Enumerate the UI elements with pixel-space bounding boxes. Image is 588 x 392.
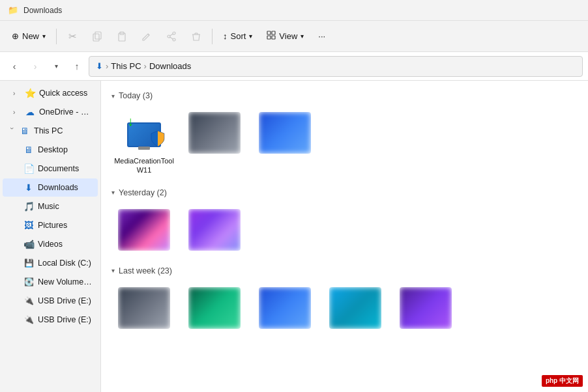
file-thumb-lw-4	[329, 287, 381, 329]
svg-point-4	[173, 32, 175, 35]
chevron-icon: ›	[13, 109, 21, 116]
sidebar-item-onedrive[interactable]: › ☁ OneDrive - Personal	[3, 103, 98, 121]
volume-icon: 💽	[23, 277, 34, 287]
path-this-pc[interactable]: This PC	[111, 61, 141, 71]
sidebar-item-desktop[interactable]: 🖥 Desktop	[3, 141, 98, 159]
new-button[interactable]: ⊕ New ▾	[5, 25, 52, 48]
sidebar-item-new-volume-d[interactable]: 💽 New Volume (D:)	[3, 273, 98, 291]
sidebar-item-quick-access[interactable]: › ⭐ Quick access	[3, 84, 98, 102]
sidebar-item-label: Local Disk (C:)	[38, 259, 93, 268]
files-grid-yesterday	[111, 204, 578, 259]
file-item-blurred-4[interactable]	[182, 204, 247, 259]
title-bar: 📁 Downloads	[0, 0, 588, 21]
title-bar-text: Downloads	[23, 6, 62, 15]
group-chevron-yesterday: ▾	[111, 189, 115, 196]
watermark: php 中文网	[542, 375, 583, 387]
new-label: New	[22, 31, 39, 41]
sidebar-item-this-pc[interactable]: › 🖥 This PC	[3, 122, 98, 140]
videos-icon: 📹	[23, 239, 34, 249]
view-button[interactable]: View ▾	[260, 25, 310, 48]
path-downloads[interactable]: Downloads	[149, 61, 191, 71]
title-bar-icon: 📁	[8, 5, 18, 16]
sidebar-item-downloads[interactable]: ⬇ Downloads	[3, 178, 98, 197]
file-item-lw-1[interactable]	[111, 282, 177, 337]
file-thumb-lw-3	[259, 287, 311, 329]
toolbar-separator-2	[212, 29, 213, 44]
svg-rect-13	[267, 31, 271, 35]
sidebar-item-label: Videos	[38, 240, 93, 249]
sort-button[interactable]: ↕ Sort ▾	[216, 25, 259, 48]
file-item-blurred-3[interactable]	[111, 204, 177, 259]
group-label-today: Today (3)	[119, 91, 153, 100]
group-label-yesterday: Yesterday (2)	[119, 188, 167, 197]
chevron-icon: ›	[8, 127, 16, 135]
copy-icon	[92, 31, 102, 42]
sidebar-item-usb-drive-e-1[interactable]: 🔌 USB Drive (E:)	[3, 292, 98, 310]
up-button[interactable]: ↑	[68, 57, 86, 76]
recent-locations-button[interactable]: ▾	[47, 57, 65, 76]
sidebar-item-label: Music	[38, 202, 93, 211]
file-item-lw-2[interactable]	[182, 282, 247, 337]
sidebar-item-usb-drive-e-2[interactable]: 🔌 USB Drive (E:)	[3, 311, 98, 329]
cloud-icon: ☁	[25, 107, 35, 117]
file-thumb-lw-5	[400, 287, 452, 329]
rename-button[interactable]	[135, 25, 158, 48]
file-item-media-creation-tool[interactable]: ↓ MediaCreatio	[111, 107, 177, 180]
svg-rect-14	[272, 31, 275, 35]
view-label: View	[279, 31, 297, 41]
svg-rect-0	[95, 32, 101, 39]
download-icon: ⬇	[23, 182, 34, 193]
group-chevron-last-week: ▾	[111, 267, 115, 274]
more-label: ···	[318, 31, 325, 41]
file-item-lw-4[interactable]	[323, 282, 388, 337]
computer-icon: 🖥	[20, 126, 30, 136]
file-item-lw-3[interactable]	[252, 282, 317, 337]
group-header-last-week[interactable]: ▾ Last week (23)	[111, 266, 578, 275]
share-button[interactable]	[160, 25, 183, 48]
mct-icon: ↓	[123, 116, 165, 150]
file-item-blurred-2[interactable]	[252, 107, 317, 180]
delete-button[interactable]	[184, 25, 208, 48]
share-icon	[166, 31, 177, 42]
new-chevron: ▾	[42, 33, 46, 40]
more-button[interactable]: ···	[312, 25, 332, 48]
svg-point-6	[168, 35, 170, 38]
sidebar-item-label: Pictures	[38, 221, 93, 230]
view-chevron: ▾	[301, 33, 304, 40]
sidebar-item-documents[interactable]: 📄 Documents	[3, 160, 98, 178]
file-name-media-creation-tool: MediaCreationToolW11	[114, 156, 174, 175]
new-icon: ⊕	[12, 31, 19, 41]
address-bar: ‹ › ▾ ↑ ⬇ › This PC › Downloads	[0, 52, 588, 81]
cut-button[interactable]: ✂	[61, 25, 84, 48]
documents-icon: 📄	[23, 163, 34, 174]
svg-line-7	[170, 34, 173, 36]
disk-icon: 💾	[23, 258, 34, 268]
file-item-lw-5[interactable]	[393, 282, 458, 337]
sidebar: › ⭐ Quick access › ☁ OneDrive - Personal…	[0, 81, 101, 392]
content-area: ▾ Today (3) ↓	[101, 81, 588, 392]
group-header-today[interactable]: ▾ Today (3)	[111, 91, 578, 100]
main-layout: › ⭐ Quick access › ☁ OneDrive - Personal…	[0, 81, 588, 392]
delete-icon	[191, 31, 201, 42]
file-thumb-blurred-1	[188, 112, 241, 154]
shield-icon	[151, 130, 165, 147]
address-path-icon: ⬇	[96, 61, 103, 71]
sidebar-item-local-disk-c[interactable]: 💾 Local Disk (C:)	[3, 254, 98, 272]
files-grid-today: ↓ MediaCreatio	[111, 107, 578, 180]
sidebar-item-videos[interactable]: 📹 Videos	[3, 235, 98, 253]
svg-point-5	[173, 38, 175, 41]
file-item-blurred-1[interactable]	[182, 107, 247, 180]
svg-rect-1	[93, 34, 99, 41]
group-header-yesterday[interactable]: ▾ Yesterday (2)	[111, 188, 578, 197]
sidebar-item-label: USB Drive (E:)	[38, 315, 93, 324]
back-button[interactable]: ‹	[5, 57, 23, 76]
sidebar-item-music[interactable]: 🎵 Music	[3, 197, 98, 216]
sidebar-item-pictures[interactable]: 🖼 Pictures	[3, 216, 98, 234]
rename-icon	[141, 31, 152, 42]
star-icon: ⭐	[25, 88, 35, 98]
copy-button[interactable]	[85, 25, 109, 48]
address-path[interactable]: ⬇ › This PC › Downloads	[89, 56, 583, 77]
toolbar: ⊕ New ▾ ✂ ↕ Sort ▾ View ▾ ···	[0, 21, 588, 52]
forward-button[interactable]: ›	[26, 57, 44, 76]
paste-button[interactable]	[110, 25, 134, 48]
